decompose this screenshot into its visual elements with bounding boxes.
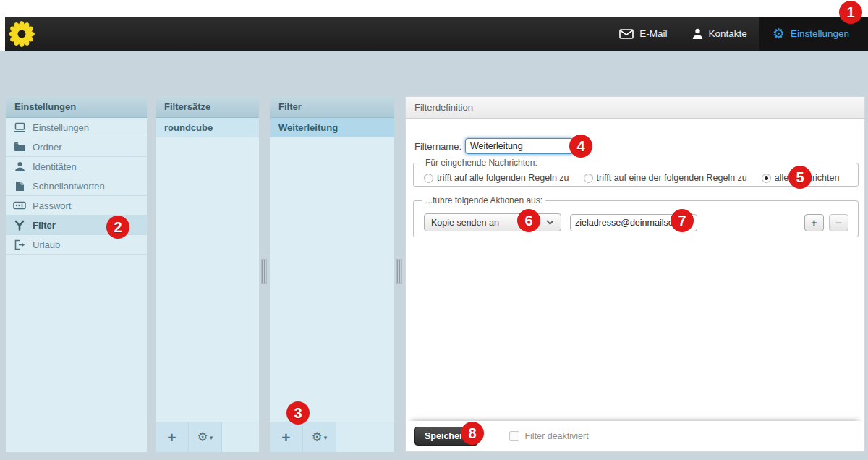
incoming-messages-legend: Für eingehende Nachrichten: [422,158,540,168]
radio-option-all-rules[interactable]: trifft auf alle folgenden Regeln zu [424,173,569,183]
actions-group: ...führe folgende Aktionen aus: Kopie se… [413,195,859,237]
exit-arrow-icon [13,239,26,250]
filter-funnel-icon [13,220,26,231]
panel-title: Filterdefinition [406,97,864,119]
add-filter-button[interactable]: + [270,422,303,452]
radio-checked-icon [762,174,771,183]
action-type-value: Kopie senden an [431,218,499,228]
radio-icon [584,174,593,183]
filters-title: Filter [270,96,394,118]
display-icon [13,122,26,133]
filter-definition-panel: Filterdefinition Filtername: Für eingehe… [405,96,865,452]
folder-icon [13,142,26,152]
roundcube-settings-page: E-Mail Kontakte ⚙ Einstellungen Einstell… [0,0,868,460]
gear-icon: ⚙ [197,431,208,443]
minus-icon: − [835,216,842,229]
nav-settings-label: Einstellungen [791,28,849,39]
sidebar-item-label: Passwort [33,200,71,211]
person-icon [692,28,703,40]
annotation-badge-8: 8 [461,422,484,445]
column-splitter-handle[interactable] [261,259,267,284]
filterset-row-roundcube[interactable]: roundcube [156,118,259,137]
actions-legend: ...führe folgende Aktionen aus: [422,195,545,205]
radio-icon [424,174,433,183]
radio-label: trifft auf eine der folgenden Regeln zu [597,173,747,183]
action-type-select[interactable]: Kopie senden an [424,213,561,231]
filter-disabled-checkbox[interactable] [509,431,519,441]
nav-contacts-label: Kontakte [709,28,747,39]
annotation-badge-1: 1 [839,1,862,24]
gear-icon: ⚙ [312,431,323,443]
settings-sidebar: Einstellungen Einstellungen Ordner [6,96,147,452]
radio-label: trifft auf alle folgenden Regeln zu [437,173,569,183]
annotation-badge-5: 5 [788,166,812,189]
nav-mail-label: E-Mail [639,28,667,39]
chevron-down-icon [546,220,554,225]
scope-radio-group: trifft auf alle folgenden Regeln zu trif… [420,173,852,183]
person-icon [13,161,26,172]
add-action-button[interactable]: + [804,214,824,231]
annotation-badge-2: 2 [106,216,129,239]
filtersets-footer-toolbar: + ⚙ ▾ [156,422,259,452]
sunflower-logo [8,20,35,48]
sidebar-item-label: Urlaub [33,239,60,250]
sidebar-item-label: Identitäten [33,161,77,172]
gear-icon: ⚙ [773,27,785,41]
nav-contacts[interactable]: Kontakte [680,17,760,51]
filter-actions-button[interactable]: ⚙ ▾ [303,422,336,452]
sidebar-item-label: Einstellungen [33,122,89,133]
nav-mail[interactable]: E-Mail [607,17,679,51]
top-taskbar: E-Mail Kontakte ⚙ Einstellungen [5,17,868,51]
plus-icon: + [811,216,817,229]
annotation-badge-7: 7 [671,209,694,232]
plus-icon: + [167,430,176,445]
add-filterset-button[interactable]: + [156,422,189,452]
sidebar-item-identitaeten[interactable]: Identitäten [6,157,147,176]
filtersets-title: Filtersätze [156,96,259,118]
chevron-down-icon: ▾ [324,434,328,441]
chevron-down-icon: ▾ [210,434,213,441]
document-icon [13,181,26,192]
filtername-input[interactable] [465,138,574,154]
sidebar-item-schnellantworten[interactable]: Schnellantworten [6,176,147,196]
annotation-badge-6: 6 [517,209,540,232]
sidebar-item-passwort[interactable]: Passwort [6,196,147,216]
sidebar-item-urlaub[interactable]: Urlaub [6,235,147,255]
sidebar-item-label: Filter [33,220,56,231]
action-row: Kopie senden an + − [420,213,852,231]
filtername-label: Filtername: [414,141,461,152]
settings-sidebar-title: Einstellungen [6,96,147,118]
sidebar-item-ordner[interactable]: Ordner [6,137,147,157]
sidebar-item-label: Schnellantworten [33,181,105,192]
sidebar-item-label: Ordner [33,142,61,153]
envelope-icon [619,29,634,39]
annotation-badge-3: 3 [286,401,310,425]
plus-icon: + [281,430,290,445]
remove-action-button[interactable]: − [829,214,848,231]
password-field-icon [13,201,26,210]
radio-option-any-rule[interactable]: trifft auf eine der folgenden Regeln zu [584,173,747,183]
taskbar-nav: E-Mail Kontakte ⚙ Einstellungen [607,17,868,51]
filtersets-column: Filtersätze roundcube + ⚙ ▾ [156,96,259,452]
filters-footer-toolbar: + ⚙ ▾ [270,422,394,452]
annotation-badge-4: 4 [569,135,592,158]
column-splitter-handle[interactable] [396,259,402,284]
filters-column: Filter Weiterleitung + ⚙ ▾ [270,96,394,452]
filter-row-weiterleitung[interactable]: Weiterleitung [270,118,394,137]
filtername-row: Filtername: [414,138,574,154]
sidebar-item-einstellungen[interactable]: Einstellungen [6,118,147,137]
filterset-actions-button[interactable]: ⚙ ▾ [189,422,222,452]
filter-disabled-label: Filter deaktiviert [524,431,588,441]
